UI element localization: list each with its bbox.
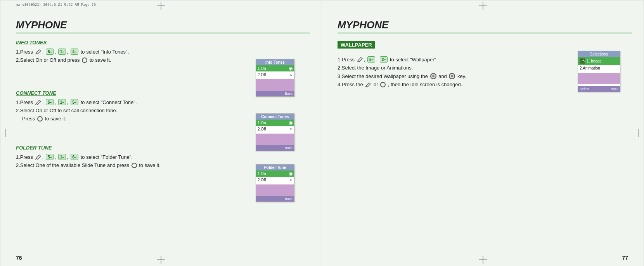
wallpaper-heading: WALLPAPER (338, 41, 375, 49)
ct-step1-num: 1.Press (16, 99, 35, 105)
wp-c2: , (376, 57, 379, 63)
brand-title-left: MYPHONE (16, 19, 310, 31)
wallpaper-purple-area (578, 73, 620, 84)
ft-step2-text: 2.Select One of the available Slide Tune… (16, 162, 131, 168)
key-5a-1: 5∞ (46, 49, 54, 55)
print-header: mx-v30(0621) 2004.6.21 9:42 AM Page 76 (16, 3, 96, 7)
info-tones-row-off: 2.Off ○ (256, 71, 294, 78)
wp-step1-suffix: to select "Wallpaper". (388, 57, 438, 63)
crosshair-top-right (479, 2, 487, 11)
folder-row-off: 2.Off ○ (256, 177, 294, 183)
crosshair-top (157, 2, 165, 11)
pencil-icon-wp (357, 57, 363, 62)
key-2a-wp: 2∞ (380, 56, 388, 63)
left-page: mx-v30(0621) 2004.6.21 9:42 AM Page 76 M… (0, 0, 322, 266)
info-tones-screen-title: Info Tones (256, 59, 294, 65)
svg-line-16 (365, 86, 366, 87)
key-4a-1: 4∞ (71, 49, 79, 55)
info-tones-step1: 1.Press , 5∞ , 1∞ , 4∞ to select "Info T… (16, 49, 310, 55)
step2-suffix-1: to save it. (88, 57, 111, 63)
info-tones-heading: INFO TONES (16, 40, 310, 45)
ct-on-icon: ◉ (289, 120, 293, 125)
ct-c1: , (42, 99, 45, 105)
ct-on-label: 1.On (258, 121, 266, 125)
ft-off-label: 2.Off (258, 178, 266, 182)
folder-row-on: 1.On ◉ (256, 170, 294, 177)
step2-text-1: 2.Select On or Off and press (16, 57, 81, 63)
wp-step4-press: 4.Press the (338, 82, 364, 87)
wallpaper-screen: Selections 1. Image 2.Animation Select B… (578, 51, 620, 92)
connect-row-on: 1.On ◉ (256, 120, 294, 126)
folder-tune-heading: FOLDER TUNE (16, 145, 310, 151)
wp-and-text: and (437, 73, 448, 79)
connect-tone-footer (256, 134, 294, 145)
crosshair-bottom-left (157, 256, 165, 265)
svg-line-8 (35, 158, 36, 160)
comma2: , (54, 49, 57, 55)
image-icon-box (580, 58, 585, 64)
crosshair-right-right (634, 129, 642, 138)
svg-line-6 (35, 53, 36, 54)
svg-line-15 (357, 61, 358, 62)
folder-tune-screen: Folder Tune 1.On ◉ 2.Off ○ Back (256, 164, 294, 202)
wp-step1-num: 1.Press (338, 57, 356, 63)
connect-tones-screen-title: Connect Tones (256, 114, 294, 120)
folder-tune-section: FOLDER TUNE 1.Press , 5∞ , 1∞ , 6∞ to se… (16, 145, 310, 168)
ft-c3: , (67, 154, 69, 160)
key-5a-3: 5∞ (71, 99, 79, 105)
ft-c2: , (54, 154, 57, 160)
connect-tone-step2a: 2.Select On or Off to set call connectio… (16, 108, 310, 113)
folder-tune-back: Back (256, 196, 294, 202)
wp-step4-suffix: , then the Idle screen is changed. (386, 82, 462, 87)
wp-or: or (372, 82, 379, 87)
key-5a-wp: 5∞ (367, 56, 376, 63)
footer-select: Select (580, 87, 589, 91)
key-6a-ft: 6∞ (71, 154, 79, 160)
wallpaper-row-animation: 2.Animation (578, 65, 620, 71)
svg-line-7 (35, 104, 36, 105)
crosshair-left (2, 129, 10, 138)
step1-number: 1.Press (16, 49, 35, 55)
comma3: , (67, 49, 69, 55)
ft-off-icon: ○ (290, 177, 293, 183)
ct-c3: , (67, 99, 69, 105)
svg-point-18 (583, 60, 584, 61)
ft-c1: , (42, 154, 45, 160)
ft-on-icon: ◉ (289, 171, 293, 176)
image-label: 1. Image (587, 59, 602, 63)
page-number-right: 77 (622, 255, 628, 261)
ct-save-text: to save it. (43, 116, 66, 122)
ct-step1-suffix: to select "Connect Tone". (79, 99, 137, 105)
wallpaper-row-image: 1. Image (578, 57, 620, 65)
step1-suffix-1: to select "Info Tones". (79, 49, 129, 55)
folder-tune-footer (256, 184, 294, 196)
brand-title-right: MYPHONE (338, 19, 632, 31)
connect-tone-heading: CONNECT TONE (16, 90, 310, 96)
off-label: 2.Off (258, 73, 266, 77)
key-5a-2: 5∞ (46, 99, 54, 105)
wp-step2-text: 2.Select the Image or Animations. (338, 65, 413, 71)
key-1a-ft: 1∞ (58, 154, 66, 160)
key-5a-ft: 5∞ (46, 154, 54, 160)
ct-press-text: Press (22, 116, 36, 122)
info-tones-footer (256, 79, 294, 91)
info-tones-section: INFO TONES 1.Press , 5∞ , 1∞ , 4∞ to sel… (16, 40, 310, 63)
key-1a-1: 1∞ (58, 49, 66, 55)
ct-off-label: 2.Off (258, 127, 266, 131)
pencil-icon-2 (35, 99, 42, 105)
ct-off-icon: ○ (290, 126, 293, 132)
right-page: MYPHONE WALLPAPER 1.Press , 5∞ , 2∞ to s… (322, 0, 644, 266)
circle-icon-1 (82, 57, 87, 63)
connect-row-off: 2.Off ○ (256, 126, 294, 132)
on-label: 1.On (258, 66, 266, 71)
wp-key-text: key. (456, 73, 466, 79)
wp-step3-text: 3.Select the desired Wallpaper using the (338, 73, 429, 79)
circle-icon-wp (380, 82, 386, 87)
crosshair-bottom-right (479, 256, 487, 265)
off-icon: ○ (290, 72, 293, 77)
wallpaper-screen-title: Selections (578, 51, 620, 57)
circle-icon-3 (132, 163, 137, 168)
nav-circle-icon-2 (449, 73, 455, 79)
brand-underline-left (16, 33, 310, 33)
folder-tune-screen-title: Folder Tune (256, 165, 294, 170)
